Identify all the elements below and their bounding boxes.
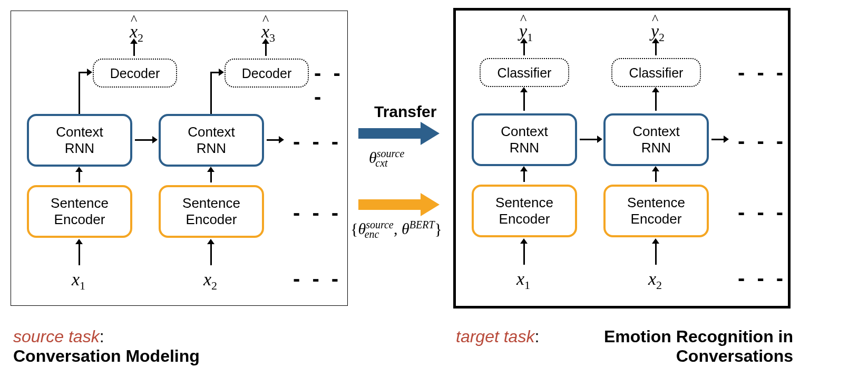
- arrow-enc-ctx-2r: [655, 170, 657, 182]
- sentence-encoder-2-left: Sentence Encoder: [159, 185, 264, 238]
- transfer-title: Transfer: [374, 103, 436, 121]
- arrow-enc1-to-ctx1: [79, 171, 80, 182]
- transfer-arrow-encoder: [358, 195, 443, 214]
- arrow-cls-out-1r: [523, 42, 525, 55]
- dashes-ctx-left: - - -: [293, 130, 342, 153]
- sentence-encoder-2-right: Sentence Encoder: [603, 185, 709, 237]
- input-x1-left: x1: [72, 269, 85, 293]
- arrow-ctx-cls-2r: [655, 91, 657, 111]
- arrow-ctx2-dash-r: [711, 139, 725, 140]
- arrow-x1-to-enc: [79, 243, 80, 265]
- target-task-caption: target task: Emotion Recognition in Conv…: [456, 327, 793, 366]
- arrow-dec1-out: [133, 43, 135, 56]
- target-panel: Sentence Encoder Context RNN Classifier …: [453, 8, 791, 308]
- context-rnn-1-right: Context RNN: [472, 113, 577, 166]
- input-x2-right: x2: [648, 269, 662, 292]
- sentence-encoder-1-left: Sentence Encoder: [27, 185, 132, 238]
- dashes-cls-right: - - -: [738, 61, 786, 84]
- dashes-ctx-right: - - -: [738, 129, 786, 153]
- transfer-arrow-context: [358, 124, 443, 143]
- elbow-ctx1-up: [79, 72, 80, 114]
- arrow-dec2-out: [265, 43, 267, 56]
- dashes-enc-right: - - -: [738, 200, 786, 224]
- input-x2-left: x2: [203, 269, 217, 293]
- arrow-x1-enc-r: [523, 243, 525, 265]
- dashes-in-right: - - -: [738, 266, 786, 290]
- elbow-ctx2-right: [210, 72, 220, 73]
- source-task-caption: source task: Conversation Modeling: [13, 327, 200, 366]
- context-rnn-1-left: Context RNN: [27, 114, 132, 167]
- arrow-ctx-cls-1r: [523, 91, 525, 111]
- dashes-dec-left: - - -: [314, 61, 347, 109]
- arrow-enc2-to-ctx2: [210, 171, 212, 182]
- theta-cxt-label: θsourcecxt: [369, 148, 388, 169]
- theta-enc-set-label: {θsourceenc , θBERT}: [350, 219, 442, 240]
- elbow-ctx2-up: [210, 72, 212, 114]
- dashes-enc-left: - - -: [293, 201, 342, 225]
- arrow-x2-to-enc: [210, 243, 212, 265]
- sentence-encoder-1-right: Sentence Encoder: [472, 185, 577, 237]
- input-x1-right: x1: [516, 269, 530, 292]
- arrow-ctx1-ctx2-r: [580, 139, 598, 140]
- classifier-2-right: Classifier: [611, 58, 701, 87]
- classifier-1-right: Classifier: [480, 58, 569, 87]
- arrow-ctx1-ctx2: [135, 139, 153, 141]
- source-panel: Sentence Encoder Context RNN Decoder Sen…: [11, 11, 348, 306]
- context-rnn-2-left: Context RNN: [159, 114, 264, 167]
- arrow-ctx2-dash: [267, 139, 280, 141]
- decoder-1-left: Decoder: [93, 59, 177, 88]
- arrow-cls-out-2r: [655, 42, 657, 55]
- arrow-enc-ctx-1r: [523, 170, 525, 182]
- decoder-2-left: Decoder: [225, 59, 309, 88]
- elbow-ctx1-right: [79, 72, 88, 73]
- dashes-in-left: - - -: [293, 267, 342, 291]
- context-rnn-2-right: Context RNN: [603, 113, 709, 166]
- arrow-x2-enc-r: [655, 243, 657, 265]
